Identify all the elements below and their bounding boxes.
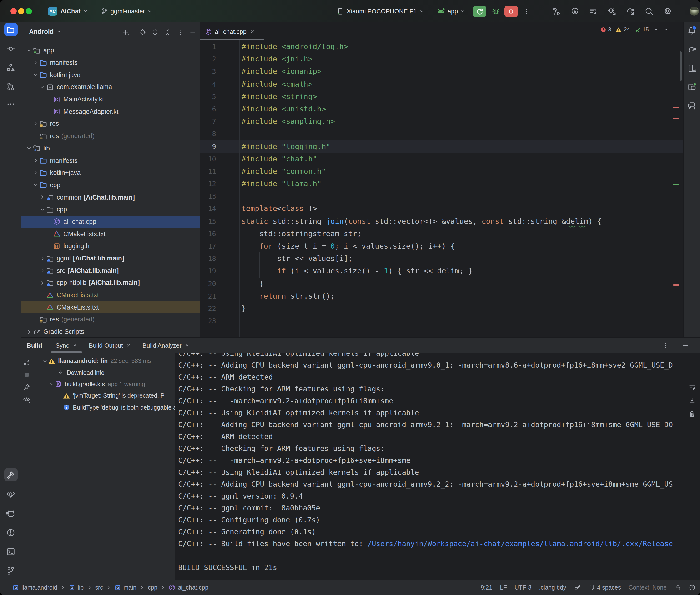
soft-wrap-icon[interactable] [688, 383, 696, 391]
debug-button[interactable] [492, 7, 500, 16]
passed-checks-count[interactable]: 15 [634, 26, 649, 33]
build-tree-item[interactable]: llama.android: finished 22 sec, 583 ms [22, 355, 175, 367]
code-line-13[interactable]: 13 [200, 190, 683, 203]
search-icon[interactable] [644, 7, 653, 16]
code-line-16[interactable]: 16 std::ostringstream str; [200, 228, 683, 240]
code-line-8[interactable]: 8 [200, 128, 683, 140]
build-tab-build-analyzer[interactable]: Build Analyzer [137, 338, 196, 353]
clang-tidy-widget[interactable]: .clang-tidy [539, 584, 566, 591]
collapse-all-icon[interactable] [163, 28, 171, 36]
tool-strip-version-control[interactable] [5, 565, 16, 576]
project-tree-item-MessageAdapter.kt[interactable]: MessageAdapter.kt [22, 106, 200, 118]
profiler-icon[interactable] [589, 7, 598, 16]
breadcrumb-ai_chat.cpp[interactable]: C ai_chat.cpp [169, 584, 208, 591]
project-tree-item-res[interactable]: res [22, 118, 200, 130]
chevron-right-icon[interactable] [39, 267, 45, 273]
context-widget[interactable]: Context: None [628, 584, 667, 591]
build-tree-item[interactable]: BuildType 'debug' is both debuggable an [22, 402, 175, 413]
hide-panel-icon[interactable] [681, 342, 689, 349]
code-line-20[interactable]: 20 } [200, 277, 683, 290]
user-avatar[interactable] [690, 7, 699, 16]
add-icon[interactable] [121, 28, 130, 36]
build-tree-item[interactable]: build.gradle.kts app 1 warning [22, 378, 175, 390]
tool-strip-app-insights-diamond[interactable] [5, 488, 16, 499]
chevron-down-icon[interactable] [49, 382, 54, 387]
expand-all-icon[interactable] [150, 28, 159, 36]
build-tab-build-output[interactable]: Build Output [83, 338, 137, 353]
tool-strip-gradle-elephant[interactable] [687, 44, 697, 55]
breadcrumb-llama.android[interactable]: llama.android [12, 584, 57, 591]
chevron-right-icon[interactable] [39, 194, 45, 200]
code-line-18[interactable]: 18 str << values[i]; [200, 252, 683, 265]
project-tree-item-cpp[interactable]: cpp [22, 203, 200, 216]
run-button[interactable] [473, 5, 486, 17]
close-tab-icon[interactable] [185, 343, 190, 348]
project-tree-item-ai_chat.cpp[interactable]: C ai_chat.cpp [22, 216, 200, 228]
tool-strip-commit[interactable] [5, 43, 16, 54]
project-tree-item-res[interactable]: res (generated) [22, 313, 200, 325]
chevron-right-icon[interactable] [26, 329, 32, 335]
code-line-10[interactable]: 10 #include "chat.h" [200, 152, 683, 165]
minimize-window-button[interactable] [18, 8, 24, 14]
lock-open-icon[interactable] [674, 584, 681, 591]
more-options-icon[interactable] [662, 342, 669, 349]
tool-strip-build-hammer[interactable] [4, 468, 18, 481]
code-area[interactable]: 1 #include <android/log.h> 2 #include <j… [200, 40, 683, 337]
stop-button[interactable] [505, 5, 518, 17]
code-line-21[interactable]: 21 return str.str(); [200, 290, 683, 302]
chevron-down-icon[interactable] [39, 84, 45, 90]
caret-position[interactable]: 9:21 [481, 584, 492, 591]
chevron-right-icon[interactable] [33, 60, 38, 65]
project-tree-item-cpp[interactable]: cpp [22, 179, 200, 191]
console-link[interactable]: /Users/hanyin/Workspace/ai-chat/examples… [367, 540, 673, 548]
close-window-button[interactable] [10, 8, 17, 14]
tool-strip-terminal[interactable] [5, 546, 16, 557]
code-line-23[interactable]: 23 [200, 315, 683, 327]
chevron-right-icon[interactable] [33, 158, 38, 163]
project-tree-item-CMakeLists.txt[interactable]: CMakeLists.txt [22, 289, 200, 301]
scroll-end-icon[interactable] [688, 396, 696, 405]
hide-panel-icon[interactable] [188, 28, 197, 36]
chevron-right-icon[interactable] [39, 280, 45, 286]
project-tree-item-MainActivity.kt[interactable]: MainActivity.kt [22, 93, 200, 106]
breadcrumb-src[interactable]: src [95, 584, 103, 591]
exclamation-circle-icon[interactable] [689, 584, 695, 591]
code-line-15[interactable]: 15 static std::string join(const std::ve… [200, 215, 683, 227]
zoom-window-button[interactable] [26, 8, 32, 14]
attach-debugger-icon[interactable] [607, 7, 616, 16]
gradle-sync-icon[interactable] [626, 7, 635, 16]
build-tree-item[interactable]: Download info [22, 367, 175, 378]
project-tree-item-manifests[interactable]: manifests [22, 56, 200, 68]
tool-strip-notifications-bell[interactable] [687, 25, 697, 36]
more-actions-icon[interactable] [523, 7, 530, 15]
error-stripe-mark[interactable] [673, 118, 679, 119]
error-stripe-mark[interactable] [673, 107, 679, 108]
code-line-3[interactable]: 3 #include <iomanip> [200, 65, 683, 78]
editor-scrollbar[interactable] [680, 51, 682, 81]
project-tree-item-kotlin+java[interactable]: kotlin+java [22, 167, 200, 179]
build-run-icon[interactable] [552, 7, 561, 16]
tool-strip-structure[interactable] [5, 62, 16, 73]
tool-strip-gemini-chat[interactable] [687, 100, 697, 111]
code-line-14[interactable]: 14 template<class T> [200, 203, 683, 215]
rerun-auto-icon[interactable] [570, 7, 579, 16]
project-tree-item-app[interactable]: app [22, 44, 200, 56]
project-tree-item-cpp-httplib[interactable]: cpp-httplib [AiChat.lib.main] [22, 277, 200, 289]
project-tree-item-kotlin+java[interactable]: kotlin+java [22, 69, 200, 81]
project-tree-item-ggml[interactable]: ggml [AiChat.lib.main] [22, 252, 200, 264]
run-configuration-selector[interactable]: app [437, 0, 466, 22]
build-tree-item[interactable]: 'jvmTarget: String' is deprecated. P [22, 390, 175, 402]
project-tree-item-com.example.llama[interactable]: com.example.llama [22, 81, 200, 93]
chevron-down-icon[interactable] [26, 145, 32, 151]
error-stripe-mark[interactable] [673, 284, 679, 285]
previous-problem-icon[interactable] [653, 27, 659, 32]
tool-strip-project-folder[interactable] [4, 23, 18, 36]
close-tab-icon[interactable] [73, 343, 77, 348]
tool-strip-more-horizontal[interactable] [5, 98, 16, 109]
project-tree-item-common[interactable]: common [AiChat.lib.main] [22, 191, 200, 203]
chevron-down-icon[interactable] [39, 207, 45, 213]
editor-tab-ai-chat-cpp[interactable]: C ai_chat.cpp [200, 22, 264, 40]
close-tab-icon[interactable] [249, 29, 255, 34]
file-encoding[interactable]: UTF-8 [514, 584, 531, 591]
project-tree-item-manifests[interactable]: manifests [22, 154, 200, 166]
